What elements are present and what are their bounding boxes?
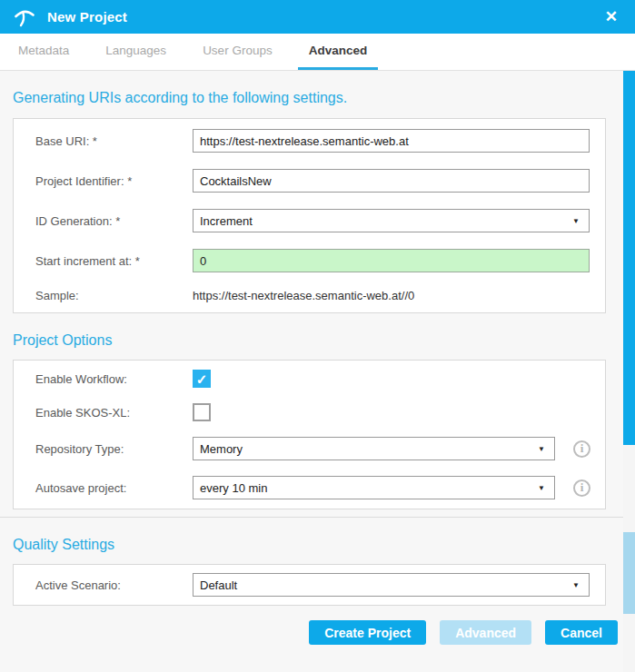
autosave-select[interactable]: every 10 min ▼ [193, 476, 555, 499]
enable-skos-xl-row: Enable SKOS-XL: ✓ [14, 403, 605, 421]
autosave-selected-value: every 10 min [200, 481, 267, 495]
project-identifier-input[interactable]: CocktailsNew [193, 169, 590, 193]
tab-metadata[interactable]: Metadata [7, 34, 80, 70]
quality-settings-panel: Active Scenario: Default ▼ [13, 564, 606, 606]
repository-type-selected-value: Memory [200, 442, 243, 456]
tab-languages[interactable]: Languages [94, 34, 177, 70]
start-increment-label: Start increment at: * [35, 254, 193, 268]
project-identifier-label: Project Identifier: * [35, 174, 193, 188]
active-scenario-label: Active Scenario: [35, 578, 193, 592]
advanced-button[interactable]: Advanced [440, 620, 531, 645]
enable-skos-xl-label: Enable SKOS-XL: [35, 406, 193, 420]
chevron-down-icon: ▼ [572, 217, 582, 225]
enable-workflow-checkbox[interactable]: ✓ [193, 370, 211, 388]
active-scenario-selected-value: Default [200, 578, 237, 592]
dialog-titlebar: New Project ✕ [0, 0, 635, 34]
uri-settings-panel: Base URI: * https://test-nextrelease.sem… [13, 118, 606, 313]
repository-type-info-icon[interactable]: i [573, 440, 590, 458]
start-increment-input[interactable]: 0 [193, 249, 590, 272]
project-identifier-row: Project Identifier: * CocktailsNew [14, 169, 605, 193]
autosave-label: Autosave project: [35, 481, 193, 495]
id-generation-label: ID Generation: * [35, 214, 193, 228]
project-options-heading: Project Options [13, 332, 606, 349]
enable-skos-xl-checkbox[interactable]: ✓ [193, 403, 211, 421]
active-scenario-row: Active Scenario: Default ▼ [14, 573, 605, 597]
check-icon: ✓ [196, 372, 208, 386]
repository-type-row: Repository Type: Memory ▼ i [14, 437, 605, 460]
base-uri-row: Base URI: * https://test-nextrelease.sem… [14, 129, 605, 153]
id-generation-select[interactable]: Increment ▼ [193, 209, 590, 232]
id-generation-selected-value: Increment [200, 214, 253, 228]
autosave-info-icon[interactable]: i [573, 479, 590, 497]
sample-row: Sample: https://test-nextrelease.semanti… [14, 289, 605, 302]
tab-advanced[interactable]: Advanced [298, 34, 379, 70]
poolparty-umbrella-icon [14, 6, 35, 28]
advanced-tab-content: Generating URIs according to the followi… [0, 90, 635, 645]
repository-type-select[interactable]: Memory ▼ [193, 437, 555, 460]
tab-bar: Metadata Languages User Groups Advanced [0, 34, 635, 71]
sample-uri-value: https://test-nextrelease.semantic-web.at… [193, 289, 414, 302]
base-uri-label: Base URI: * [35, 134, 193, 148]
repository-type-label: Repository Type: [35, 442, 193, 456]
autosave-row: Autosave project: every 10 min ▼ i [14, 476, 605, 499]
chevron-down-icon: ▼ [572, 581, 582, 589]
quality-settings-heading: Quality Settings [13, 537, 606, 553]
base-uri-input[interactable]: https://test-nextrelease.semantic-web.at [193, 129, 590, 153]
id-generation-row: ID Generation: * Increment ▼ [14, 209, 605, 232]
new-project-dialog: New Project ✕ Metadata Languages User Gr… [0, 0, 635, 672]
enable-workflow-row: Enable Workflow: ✓ [14, 370, 605, 388]
tab-user-groups[interactable]: User Groups [192, 34, 283, 70]
dialog-action-buttons: Create Project Advanced Cancel [13, 620, 618, 645]
active-scenario-select[interactable]: Default ▼ [193, 573, 590, 597]
scrollbar-thumb-main[interactable] [623, 71, 635, 445]
chevron-down-icon: ▼ [538, 484, 548, 492]
section-divider [0, 517, 635, 518]
chevron-down-icon: ▼ [538, 445, 548, 453]
start-increment-row: Start increment at: * 0 [14, 249, 605, 272]
cancel-button[interactable]: Cancel [545, 620, 618, 645]
sample-label: Sample: [35, 289, 193, 302]
project-options-panel: Enable Workflow: ✓ Enable SKOS-XL: ✓ Rep… [13, 360, 606, 509]
close-icon[interactable]: ✕ [601, 7, 621, 26]
dialog-title: New Project [47, 9, 601, 25]
enable-workflow-label: Enable Workflow: [35, 372, 193, 386]
scrollbar-thumb-secondary[interactable] [623, 532, 635, 614]
create-project-button[interactable]: Create Project [309, 620, 426, 645]
uri-section-heading: Generating URIs according to the followi… [13, 90, 606, 106]
vertical-scrollbar [623, 71, 635, 672]
